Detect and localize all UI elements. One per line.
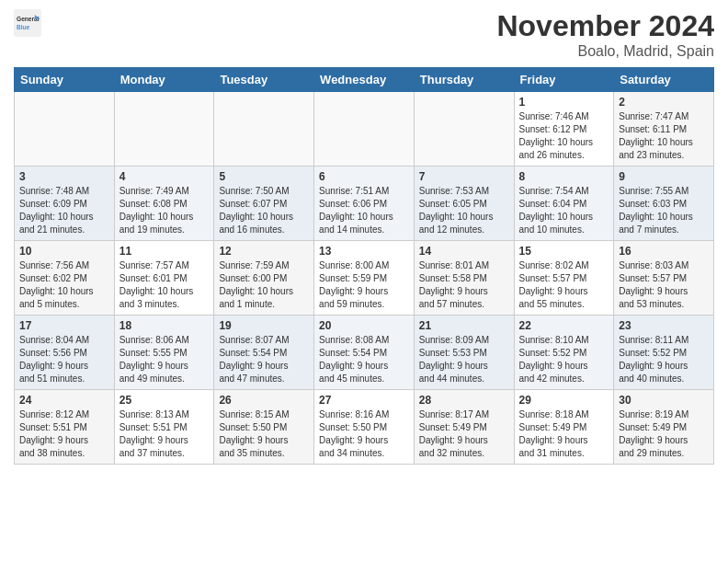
- table-row: 11Sunrise: 7:57 AM Sunset: 6:01 PM Dayli…: [114, 241, 214, 316]
- table-row: 24Sunrise: 8:12 AM Sunset: 5:51 PM Dayli…: [15, 390, 115, 465]
- day-number: 15: [519, 245, 609, 258]
- day-number: 18: [119, 319, 210, 332]
- day-number: 26: [219, 394, 309, 407]
- day-info: Sunrise: 8:08 AM Sunset: 5:54 PM Dayligh…: [319, 335, 389, 384]
- day-number: 14: [419, 245, 509, 258]
- svg-text:Blue: Blue: [17, 24, 30, 30]
- day-info: Sunrise: 8:01 AM Sunset: 5:58 PM Dayligh…: [419, 260, 489, 309]
- day-info: Sunrise: 8:13 AM Sunset: 5:51 PM Dayligh…: [119, 409, 189, 458]
- day-number: 3: [19, 170, 109, 183]
- day-number: 8: [519, 170, 609, 183]
- table-row: [15, 92, 115, 167]
- day-number: 2: [619, 96, 709, 109]
- table-row: 21Sunrise: 8:09 AM Sunset: 5:53 PM Dayli…: [414, 316, 514, 390]
- day-number: 4: [119, 170, 210, 183]
- logo-icon: General Blue: [14, 9, 41, 37]
- day-number: 21: [419, 319, 509, 332]
- day-number: 24: [19, 394, 109, 407]
- day-number: 29: [519, 394, 609, 407]
- day-number: 30: [619, 394, 709, 407]
- calendar-row: 3Sunrise: 7:48 AM Sunset: 6:09 PM Daylig…: [15, 167, 714, 241]
- day-number: 10: [19, 245, 109, 258]
- day-number: 19: [219, 319, 309, 332]
- col-monday: Monday: [114, 68, 214, 92]
- table-row: 6Sunrise: 7:51 AM Sunset: 6:06 PM Daylig…: [314, 167, 415, 241]
- day-info: Sunrise: 8:12 AM Sunset: 5:51 PM Dayligh…: [19, 409, 89, 458]
- day-info: Sunrise: 7:56 AM Sunset: 6:02 PM Dayligh…: [19, 260, 94, 309]
- table-row: 18Sunrise: 8:06 AM Sunset: 5:55 PM Dayli…: [114, 316, 214, 390]
- calendar-table: Sunday Monday Tuesday Wednesday Thursday…: [14, 67, 714, 465]
- calendar-row: 17Sunrise: 8:04 AM Sunset: 5:56 PM Dayli…: [15, 316, 714, 390]
- col-thursday: Thursday: [414, 68, 514, 92]
- day-number: 11: [119, 245, 210, 258]
- table-row: 9Sunrise: 7:55 AM Sunset: 6:03 PM Daylig…: [614, 167, 714, 241]
- table-row: 28Sunrise: 8:17 AM Sunset: 5:49 PM Dayli…: [414, 390, 514, 465]
- day-number: 5: [219, 170, 309, 183]
- table-row: 26Sunrise: 8:15 AM Sunset: 5:50 PM Dayli…: [214, 390, 314, 465]
- day-info: Sunrise: 7:48 AM Sunset: 6:09 PM Dayligh…: [19, 186, 94, 235]
- table-row: 8Sunrise: 7:54 AM Sunset: 6:04 PM Daylig…: [514, 167, 614, 241]
- col-tuesday: Tuesday: [214, 68, 314, 92]
- table-row: [314, 92, 415, 167]
- table-row: 13Sunrise: 8:00 AM Sunset: 5:59 PM Dayli…: [314, 241, 415, 316]
- day-number: 1: [519, 96, 609, 109]
- table-row: 4Sunrise: 7:49 AM Sunset: 6:08 PM Daylig…: [114, 167, 214, 241]
- day-info: Sunrise: 7:55 AM Sunset: 6:03 PM Dayligh…: [619, 186, 693, 235]
- day-info: Sunrise: 8:19 AM Sunset: 5:49 PM Dayligh…: [619, 409, 688, 458]
- day-number: 25: [119, 394, 210, 407]
- table-row: 15Sunrise: 8:02 AM Sunset: 5:57 PM Dayli…: [514, 241, 614, 316]
- day-number: 7: [419, 170, 509, 183]
- day-info: Sunrise: 7:46 AM Sunset: 6:12 PM Dayligh…: [519, 111, 594, 160]
- day-number: 12: [219, 245, 309, 258]
- day-info: Sunrise: 8:11 AM Sunset: 5:52 PM Dayligh…: [619, 335, 688, 384]
- calendar-row: 24Sunrise: 8:12 AM Sunset: 5:51 PM Dayli…: [15, 390, 714, 465]
- table-row: 3Sunrise: 7:48 AM Sunset: 6:09 PM Daylig…: [15, 167, 115, 241]
- table-row: 16Sunrise: 8:03 AM Sunset: 5:57 PM Dayli…: [614, 241, 714, 316]
- table-row: 27Sunrise: 8:16 AM Sunset: 5:50 PM Dayli…: [314, 390, 415, 465]
- table-row: 25Sunrise: 8:13 AM Sunset: 5:51 PM Dayli…: [114, 390, 214, 465]
- day-info: Sunrise: 8:02 AM Sunset: 5:57 PM Dayligh…: [519, 260, 589, 309]
- day-number: 22: [519, 319, 609, 332]
- col-friday: Friday: [514, 68, 614, 92]
- day-info: Sunrise: 8:17 AM Sunset: 5:49 PM Dayligh…: [419, 409, 489, 458]
- day-info: Sunrise: 7:57 AM Sunset: 6:01 PM Dayligh…: [119, 260, 194, 309]
- day-info: Sunrise: 7:54 AM Sunset: 6:04 PM Dayligh…: [519, 186, 594, 235]
- table-row: 17Sunrise: 8:04 AM Sunset: 5:56 PM Dayli…: [15, 316, 115, 390]
- logo: General Blue: [14, 9, 41, 37]
- page-container: General Blue November 2024 Boalo, Madrid…: [0, 0, 728, 469]
- day-info: Sunrise: 7:51 AM Sunset: 6:06 PM Dayligh…: [319, 186, 393, 235]
- day-info: Sunrise: 7:53 AM Sunset: 6:05 PM Dayligh…: [419, 186, 494, 235]
- table-row: 2Sunrise: 7:47 AM Sunset: 6:11 PM Daylig…: [614, 92, 714, 167]
- table-row: 14Sunrise: 8:01 AM Sunset: 5:58 PM Dayli…: [414, 241, 514, 316]
- table-row: 20Sunrise: 8:08 AM Sunset: 5:54 PM Dayli…: [314, 316, 415, 390]
- table-row: [114, 92, 214, 167]
- day-number: 28: [419, 394, 509, 407]
- table-row: 19Sunrise: 8:07 AM Sunset: 5:54 PM Dayli…: [214, 316, 314, 390]
- table-row: 29Sunrise: 8:18 AM Sunset: 5:49 PM Dayli…: [514, 390, 614, 465]
- col-sunday: Sunday: [15, 68, 115, 92]
- day-info: Sunrise: 8:18 AM Sunset: 5:49 PM Dayligh…: [519, 409, 589, 458]
- weekday-header-row: Sunday Monday Tuesday Wednesday Thursday…: [15, 68, 714, 92]
- title-block: November 2024 Boalo, Madrid, Spain: [496, 9, 714, 60]
- day-info: Sunrise: 8:04 AM Sunset: 5:56 PM Dayligh…: [19, 335, 89, 384]
- location: Boalo, Madrid, Spain: [496, 43, 714, 60]
- header: General Blue November 2024 Boalo, Madrid…: [14, 9, 714, 60]
- day-info: Sunrise: 8:00 AM Sunset: 5:59 PM Dayligh…: [319, 260, 389, 309]
- table-row: 12Sunrise: 7:59 AM Sunset: 6:00 PM Dayli…: [214, 241, 314, 316]
- table-row: 5Sunrise: 7:50 AM Sunset: 6:07 PM Daylig…: [214, 167, 314, 241]
- day-number: 16: [619, 245, 709, 258]
- month-title: November 2024: [496, 9, 714, 43]
- col-saturday: Saturday: [614, 68, 714, 92]
- day-number: 23: [619, 319, 709, 332]
- day-info: Sunrise: 8:15 AM Sunset: 5:50 PM Dayligh…: [219, 409, 289, 458]
- calendar-row: 1Sunrise: 7:46 AM Sunset: 6:12 PM Daylig…: [15, 92, 714, 167]
- day-number: 13: [319, 245, 409, 258]
- table-row: 1Sunrise: 7:46 AM Sunset: 6:12 PM Daylig…: [514, 92, 614, 167]
- table-row: 7Sunrise: 7:53 AM Sunset: 6:05 PM Daylig…: [414, 167, 514, 241]
- day-number: 27: [319, 394, 409, 407]
- col-wednesday: Wednesday: [314, 68, 415, 92]
- table-row: [214, 92, 314, 167]
- day-info: Sunrise: 7:59 AM Sunset: 6:00 PM Dayligh…: [219, 260, 293, 309]
- svg-rect-0: [14, 9, 41, 37]
- day-info: Sunrise: 8:16 AM Sunset: 5:50 PM Dayligh…: [319, 409, 389, 458]
